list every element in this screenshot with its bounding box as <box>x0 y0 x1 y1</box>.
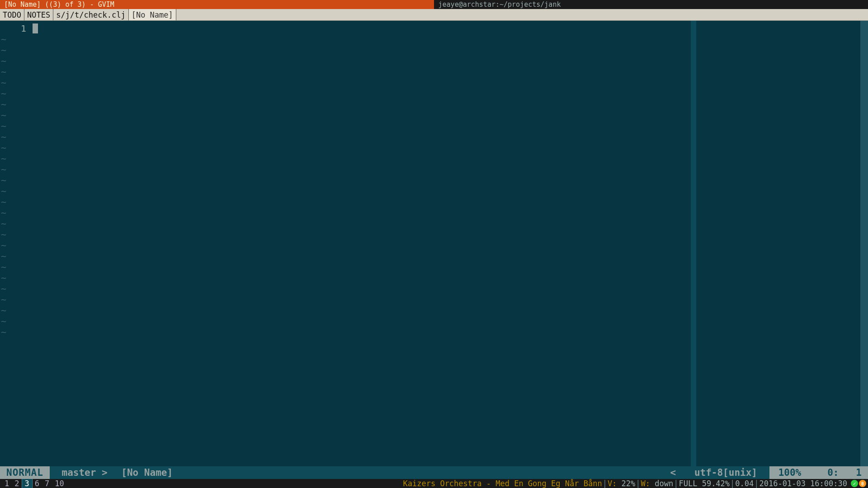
empty-line-tilde: ~ <box>0 283 26 294</box>
tray-bitcoin-icon[interactable]: ฿ <box>859 480 866 487</box>
separator: | <box>602 479 608 488</box>
wifi-value: down <box>650 479 673 488</box>
system-tray: ✓ ฿ <box>847 480 868 487</box>
empty-line-tilde: ~ <box>0 56 26 66</box>
wm-titlebar: [No Name] ((3) of 3) - GVIM jeaye@archst… <box>0 0 868 9</box>
vim-tab-todo[interactable]: TODO <box>0 9 24 20</box>
statusline-position: 0: 1 <box>810 466 868 479</box>
separator: | <box>754 479 759 488</box>
workspace-2[interactable]: 2 <box>12 479 22 488</box>
workspace-list: 1236710 <box>0 479 67 488</box>
empty-line-tilde: ~ <box>0 77 26 88</box>
empty-line-tilde: ~ <box>0 88 26 99</box>
empty-line-tilde: ~ <box>0 305 26 316</box>
datetime: 2016-01-03 16:00:30 <box>760 479 847 488</box>
empty-line-tilde: ~ <box>0 164 26 175</box>
empty-line-tilde: ~ <box>0 110 26 121</box>
empty-line-tilde: ~ <box>0 197 26 207</box>
statusline-branch: master > <box>50 466 119 479</box>
empty-line-tilde: ~ <box>0 240 26 251</box>
statusline-arrow: < <box>664 466 683 479</box>
volume-value: 22% <box>617 479 635 488</box>
text-buffer[interactable] <box>33 21 868 466</box>
volume-label: V: <box>608 479 617 488</box>
vim-tab-notes[interactable]: NOTES <box>24 9 53 20</box>
separator: | <box>635 479 641 488</box>
vim-statusline: NORMAL master > [No Name] < utf-8[unix] … <box>0 466 868 479</box>
empty-line-tilde: ~ <box>0 45 26 56</box>
now-playing: Kaizers Orchestra - Med En Gong Eg Når B… <box>403 479 602 488</box>
empty-line-tilde: ~ <box>0 34 26 45</box>
empty-line-tilde: ~ <box>0 327 26 338</box>
empty-line-tilde: ~ <box>0 175 26 186</box>
empty-line-tilde: ~ <box>0 294 26 305</box>
empty-line-tilde: ~ <box>0 121 26 131</box>
empty-line-tilde: ~ <box>0 229 26 240</box>
vim-tab-noname[interactable]: [No Name] <box>129 9 176 20</box>
separator: | <box>730 479 735 488</box>
empty-line-tilde: ~ <box>0 131 26 142</box>
workspace-1[interactable]: 1 <box>2 479 12 488</box>
vertical-scrollbar[interactable] <box>860 21 868 466</box>
empty-line-tilde: ~ <box>0 99 26 110</box>
empty-line-tilde: ~ <box>0 66 26 77</box>
gvim-window: TODO NOTES s/j/t/check.clj [No Name] 1 ~… <box>0 9 868 479</box>
battery-status: FULL 59.42% <box>679 479 730 488</box>
vim-tab-check[interactable]: s/j/t/check.clj <box>53 9 129 20</box>
tray-check-icon[interactable]: ✓ <box>851 480 858 487</box>
empty-line-tilde: ~ <box>0 207 26 218</box>
statusline-mode: NORMAL <box>0 466 50 479</box>
vim-tabline: TODO NOTES s/j/t/check.clj [No Name] <box>0 9 868 21</box>
empty-line-tilde: ~ <box>0 251 26 262</box>
statusline-encoding: utf-8[unix] <box>682 466 769 479</box>
workspace-10[interactable]: 10 <box>52 479 66 488</box>
workspace-3[interactable]: 3 <box>22 479 32 488</box>
text-cursor <box>33 23 38 33</box>
empty-line-tilde: ~ <box>0 272 26 283</box>
line-number-gutter: 1 ~~~~~~~~~~~~~~~~~~~~~~~~~~~~ <box>0 21 33 466</box>
separator: | <box>673 479 679 488</box>
wm-statusbar: 1236710 Kaizers Orchestra - Med En Gong … <box>0 479 868 488</box>
editor-area[interactable]: 1 ~~~~~~~~~~~~~~~~~~~~~~~~~~~~ <box>0 21 868 466</box>
workspace-7[interactable]: 7 <box>42 479 52 488</box>
statusline-filename: [No Name] <box>119 466 175 479</box>
empty-line-tilde: ~ <box>0 142 26 153</box>
wm-tab-gvim[interactable]: [No Name] ((3) of 3) - GVIM <box>0 0 434 9</box>
empty-line-tilde: ~ <box>0 316 26 327</box>
scrollbar-thumb[interactable] <box>860 21 868 466</box>
line-number: 1 <box>0 23 26 34</box>
wm-tab-terminal[interactable]: jeaye@archstar:~/projects/jank <box>434 0 868 9</box>
workspace-6[interactable]: 6 <box>32 479 42 488</box>
wifi-label: W: <box>641 479 650 488</box>
statusline-percent: 100% <box>769 466 811 479</box>
empty-line-tilde: ~ <box>0 262 26 272</box>
empty-line-tilde: ~ <box>0 186 26 197</box>
empty-line-tilde: ~ <box>0 218 26 229</box>
load-average: 0.04 <box>735 479 754 488</box>
empty-line-tilde: ~ <box>0 153 26 164</box>
